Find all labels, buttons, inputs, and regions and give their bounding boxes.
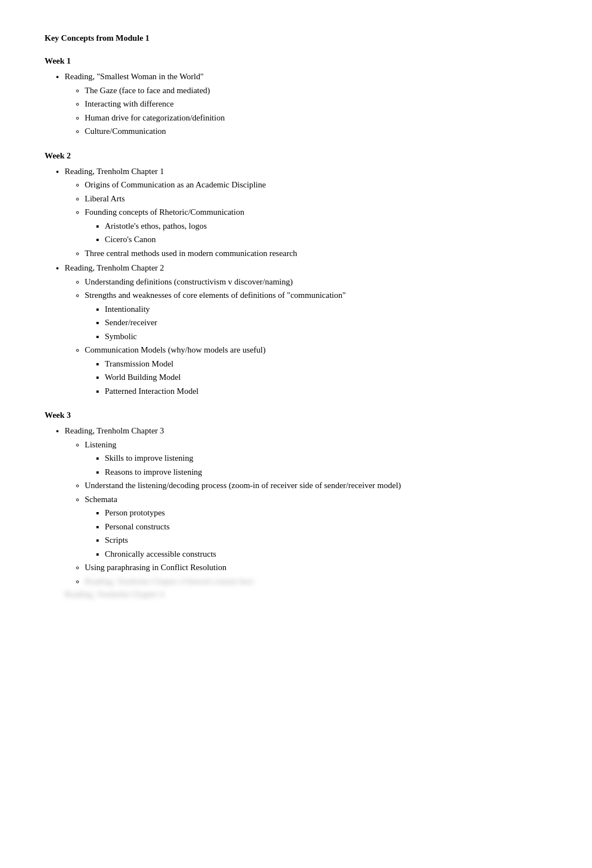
item-text: Intentionality bbox=[105, 305, 150, 314]
item-text: Understand the listening/decoding proces… bbox=[85, 481, 401, 490]
item-text: Scripts bbox=[105, 536, 128, 544]
week2-section: Week 2 Reading, Trenholm Chapter 1 Origi… bbox=[45, 151, 547, 398]
list-item: Skills to improve listening bbox=[105, 452, 547, 465]
page-title: Key Concepts from Module 1 bbox=[45, 33, 547, 43]
list-item: Reading, Trenholm Chapter 1 Origins of C… bbox=[65, 165, 547, 260]
item-text: Aristotle's ethos, pathos, logos bbox=[105, 221, 207, 230]
list-item: Listening Skills to improve listening Re… bbox=[85, 438, 547, 479]
week2-ch1-sublist: Origins of Communication as an Academic … bbox=[85, 179, 547, 259]
list-item: Reading, "Smallest Woman in the World" T… bbox=[65, 70, 547, 138]
list-item: Strengths and weaknesses of core element… bbox=[85, 289, 547, 343]
week2-models-sublist: Transmission Model World Building Model … bbox=[105, 358, 547, 398]
list-item: Founding concepts of Rhetoric/Communicat… bbox=[85, 206, 547, 246]
item-text: Personal constructs bbox=[105, 522, 169, 531]
item-text: Liberal Arts bbox=[85, 194, 125, 203]
item-text: Reading, Trenholm Chapter 1 bbox=[65, 167, 164, 176]
item-text: Symbolic bbox=[105, 332, 137, 341]
item-text: Reasons to improve listening bbox=[105, 467, 202, 476]
item-text: Three central methods used in modern com… bbox=[85, 249, 297, 258]
week3-listening-sublist: Skills to improve listening Reasons to i… bbox=[105, 452, 547, 478]
item-text: Reading, Trenholm Chapter 2 bbox=[65, 263, 164, 272]
list-item-blurred: Reading, Trenholm Chapter 4 blurred cont… bbox=[85, 575, 547, 588]
list-item: Scripts bbox=[105, 534, 547, 547]
list-item: Communication Models (why/how models are… bbox=[85, 344, 547, 397]
week1-sublist: The Gaze (face to face and mediated) Int… bbox=[85, 84, 547, 138]
week1-heading: Week 1 bbox=[45, 56, 547, 66]
list-item: Intentionality bbox=[105, 303, 547, 316]
list-item: Schemata Person prototypes Personal cons… bbox=[85, 493, 547, 561]
week2-rhetoric-sublist: Aristotle's ethos, pathos, logos Cicero'… bbox=[105, 220, 547, 246]
week3-ch3-sublist: Listening Skills to improve listening Re… bbox=[85, 438, 547, 588]
list-item: Chronically accessible constructs bbox=[105, 548, 547, 561]
list-item: Origins of Communication as an Academic … bbox=[85, 179, 547, 191]
list-item: Patterned Interaction Model bbox=[105, 385, 547, 398]
week2-heading: Week 2 bbox=[45, 151, 547, 161]
item-text: Strengths and weaknesses of core element… bbox=[85, 291, 346, 300]
list-item: Transmission Model bbox=[105, 358, 547, 370]
item-text: Schemata bbox=[85, 495, 117, 504]
week3-schemata-sublist: Person prototypes Personal constructs Sc… bbox=[105, 507, 547, 560]
item-text: Interacting with difference bbox=[85, 99, 174, 108]
blurred-text: Reading, Trenholm Chapter 4 blurred cont… bbox=[85, 577, 254, 586]
list-item: Human drive for categorization/definitio… bbox=[85, 112, 547, 124]
week3-section: Week 3 Reading, Trenholm Chapter 3 Liste… bbox=[45, 411, 547, 599]
week3-list: Reading, Trenholm Chapter 3 Listening Sk… bbox=[65, 425, 547, 587]
item-text: Chronically accessible constructs bbox=[105, 549, 216, 558]
list-item: Personal constructs bbox=[105, 520, 547, 533]
week3-heading: Week 3 bbox=[45, 411, 547, 420]
item-text: Reading, "Smallest Woman in the World" bbox=[65, 72, 203, 81]
item-text: Understanding definitions (constructivis… bbox=[85, 277, 293, 286]
list-item: World Building Model bbox=[105, 371, 547, 384]
week2-comm-def-sublist: Intentionality Sender/receiver Symbolic bbox=[105, 303, 547, 343]
list-item: Liberal Arts bbox=[85, 192, 547, 205]
item-text: Person prototypes bbox=[105, 508, 165, 517]
list-item: Person prototypes bbox=[105, 507, 547, 519]
item-text: Skills to improve listening bbox=[105, 454, 193, 462]
list-item: Reasons to improve listening bbox=[105, 466, 547, 479]
list-item: Understand the listening/decoding proces… bbox=[85, 479, 547, 492]
list-item: Three central methods used in modern com… bbox=[85, 247, 547, 260]
list-item: Interacting with difference bbox=[85, 98, 547, 110]
week1-section: Week 1 Reading, "Smallest Woman in the W… bbox=[45, 56, 547, 138]
item-text: Human drive for categorization/definitio… bbox=[85, 113, 225, 122]
list-item: Symbolic bbox=[105, 330, 547, 343]
page-container: Key Concepts from Module 1 Week 1 Readin… bbox=[45, 33, 547, 599]
blurred-reading: Reading, Trenholm Chapter 4 bbox=[65, 590, 547, 599]
item-text: Origins of Communication as an Academic … bbox=[85, 180, 266, 189]
item-text: Using paraphrasing in Conflict Resolutio… bbox=[85, 563, 226, 572]
item-text: Communication Models (why/how models are… bbox=[85, 345, 266, 354]
week2-ch2-sublist: Understanding definitions (constructivis… bbox=[85, 276, 547, 398]
item-text: Transmission Model bbox=[105, 359, 173, 368]
list-item: Using paraphrasing in Conflict Resolutio… bbox=[85, 561, 547, 574]
item-text: Patterned Interaction Model bbox=[105, 387, 198, 396]
week2-list: Reading, Trenholm Chapter 1 Origins of C… bbox=[65, 165, 547, 398]
list-item: Understanding definitions (constructivis… bbox=[85, 276, 547, 288]
list-item: The Gaze (face to face and mediated) bbox=[85, 84, 547, 97]
list-item: Aristotle's ethos, pathos, logos bbox=[105, 220, 547, 233]
list-item: Culture/Communication bbox=[85, 125, 547, 138]
item-text: The Gaze (face to face and mediated) bbox=[85, 86, 210, 95]
list-item: Cicero's Canon bbox=[105, 233, 547, 246]
item-text: World Building Model bbox=[105, 373, 181, 382]
item-text: Founding concepts of Rhetoric/Communicat… bbox=[85, 208, 244, 216]
list-item: Reading, Trenholm Chapter 2 Understandin… bbox=[65, 262, 547, 397]
item-text: Sender/receiver bbox=[105, 318, 157, 327]
item-text: Cicero's Canon bbox=[105, 235, 156, 244]
item-text: Reading, Trenholm Chapter 3 bbox=[65, 426, 164, 435]
list-item: Reading, Trenholm Chapter 3 Listening Sk… bbox=[65, 425, 547, 587]
list-item: Sender/receiver bbox=[105, 316, 547, 329]
item-text: Listening bbox=[85, 440, 117, 449]
item-text: Culture/Communication bbox=[85, 127, 166, 136]
week1-list: Reading, "Smallest Woman in the World" T… bbox=[65, 70, 547, 138]
